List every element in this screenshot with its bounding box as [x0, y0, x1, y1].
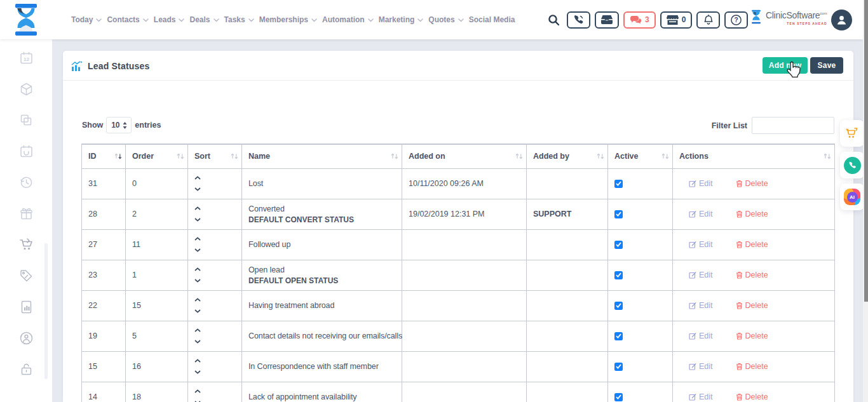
cell-added-by	[527, 351, 608, 382]
sidebar-calendar-icon[interactable]: 12	[18, 50, 34, 65]
cell-active	[608, 229, 673, 260]
move-up-icon[interactable]	[194, 389, 201, 393]
active-checkbox[interactable]	[614, 241, 623, 249]
active-checkbox[interactable]	[614, 393, 623, 401]
col-header-name[interactable]: Name	[242, 144, 402, 168]
nav-item-memberships[interactable]: Memberships	[259, 15, 317, 24]
delete-link[interactable]: Delete	[736, 362, 768, 371]
move-up-icon[interactable]	[194, 267, 201, 271]
move-up-icon[interactable]	[194, 298, 201, 302]
sidebar-cube-icon[interactable]	[18, 81, 34, 97]
col-header-added-on[interactable]: Added on	[402, 144, 527, 168]
nav-item-leads[interactable]: Leads	[154, 15, 185, 24]
sidebar-calendar-check-icon[interactable]	[18, 144, 34, 159]
col-header-sort[interactable]: Sort	[188, 144, 242, 168]
nav-item-automation[interactable]: Automation	[322, 15, 374, 24]
sidebar-gift-icon[interactable]	[18, 206, 34, 221]
col-header-id[interactable]: ID	[82, 144, 126, 168]
move-down-icon[interactable]	[194, 218, 201, 222]
delete-link[interactable]: Delete	[736, 301, 768, 310]
nav-item-social-media[interactable]: Social Media	[469, 15, 515, 24]
active-checkbox[interactable]	[614, 210, 623, 218]
edit-link[interactable]: Edit	[689, 240, 713, 249]
phone-button[interactable]	[567, 11, 590, 29]
brand-hourglass-icon	[750, 8, 763, 25]
store-button[interactable]: 0	[660, 11, 693, 29]
active-checkbox[interactable]	[614, 363, 623, 371]
search-icon[interactable]	[548, 14, 560, 26]
nav-item-contacts[interactable]: Contacts	[107, 15, 148, 24]
sort-arrows-icon	[231, 153, 238, 159]
nav-item-today[interactable]: Today	[71, 15, 102, 24]
active-checkbox[interactable]	[614, 332, 623, 340]
filter-input[interactable]	[752, 117, 834, 134]
app-logo-icon[interactable]	[11, 3, 41, 36]
delete-link[interactable]: Delete	[736, 179, 768, 188]
help-button[interactable]: ?	[724, 11, 748, 29]
trash-icon	[736, 180, 743, 187]
sidebar-scrollbar[interactable]	[44, 243, 48, 379]
col-header-active[interactable]: Active	[608, 144, 673, 168]
page-scrollbar-track[interactable]	[863, 0, 868, 402]
delete-link[interactable]: Delete	[736, 332, 768, 340]
edit-link[interactable]: Edit	[689, 362, 713, 371]
active-checkbox[interactable]	[614, 271, 623, 279]
col-header-added-by[interactable]: Added by	[527, 144, 608, 168]
save-button[interactable]: Save	[810, 57, 843, 74]
nav-item-marketing[interactable]: Marketing	[379, 15, 424, 24]
chat-button[interactable]: 3	[623, 11, 656, 29]
sidebar-report-icon[interactable]	[18, 299, 34, 314]
edit-link[interactable]: Edit	[689, 392, 713, 401]
chevron-down-icon	[458, 18, 464, 22]
delete-link[interactable]: Delete	[736, 210, 768, 218]
move-down-icon[interactable]	[194, 370, 201, 374]
inbox-button[interactable]	[595, 11, 619, 29]
cell-order: 16	[126, 351, 188, 382]
chevron-down-icon	[368, 18, 374, 22]
notifications-button[interactable]	[696, 11, 720, 29]
move-up-icon[interactable]	[194, 206, 201, 210]
move-down-icon[interactable]	[194, 340, 201, 344]
delete-link[interactable]: Delete	[736, 392, 768, 401]
move-up-icon[interactable]	[194, 237, 201, 241]
page-size-select[interactable]: 10	[106, 117, 132, 133]
phone-widget[interactable]	[840, 152, 864, 178]
edit-link[interactable]: Edit	[689, 179, 713, 188]
svg-text:?: ?	[735, 17, 738, 23]
cell-order: 11	[126, 229, 188, 260]
nav-item-quotes[interactable]: Quotes	[428, 15, 463, 24]
active-checkbox[interactable]	[614, 302, 623, 310]
user-avatar[interactable]	[831, 10, 852, 30]
ai-widget[interactable]: AI	[840, 184, 864, 210]
sidebar-history-icon[interactable]	[18, 175, 34, 190]
delete-link[interactable]: Delete	[736, 271, 768, 279]
cart-widget[interactable]	[840, 120, 864, 147]
col-header-order[interactable]: Order	[126, 144, 188, 168]
cell-active	[608, 199, 673, 229]
sidebar-tags-icon[interactable]	[18, 268, 34, 283]
move-down-icon[interactable]	[194, 309, 201, 313]
edit-link[interactable]: Edit	[689, 301, 713, 310]
move-up-icon[interactable]	[194, 328, 201, 332]
sidebar-lock-icon[interactable]	[18, 361, 34, 377]
move-up-icon[interactable]	[194, 176, 201, 180]
move-down-icon[interactable]	[194, 279, 201, 283]
nav-item-tasks[interactable]: Tasks	[224, 15, 254, 24]
move-down-icon[interactable]	[194, 248, 201, 252]
col-header-actions[interactable]: Actions	[673, 144, 835, 168]
nav-item-deals[interactable]: Deals	[189, 15, 219, 24]
edit-link[interactable]: Edit	[689, 210, 713, 218]
sort-arrows-icon	[391, 153, 398, 159]
edit-link[interactable]: Edit	[689, 332, 713, 340]
show-label: Show	[82, 121, 103, 130]
page-scrollbar-thumb[interactable]	[864, 0, 868, 302]
move-up-icon[interactable]	[194, 359, 201, 363]
edit-link[interactable]: Edit	[689, 271, 713, 279]
move-down-icon[interactable]	[194, 187, 201, 191]
active-checkbox[interactable]	[614, 180, 623, 188]
sidebar-copy-icon[interactable]	[18, 112, 34, 128]
brand-logo[interactable]: ClinicSoftwarecom TEN STEPS AHEAD	[750, 8, 827, 25]
sidebar-person-clock-icon[interactable]	[18, 330, 34, 345]
delete-link[interactable]: Delete	[736, 240, 768, 249]
sidebar-cart-icon[interactable]	[18, 237, 34, 252]
